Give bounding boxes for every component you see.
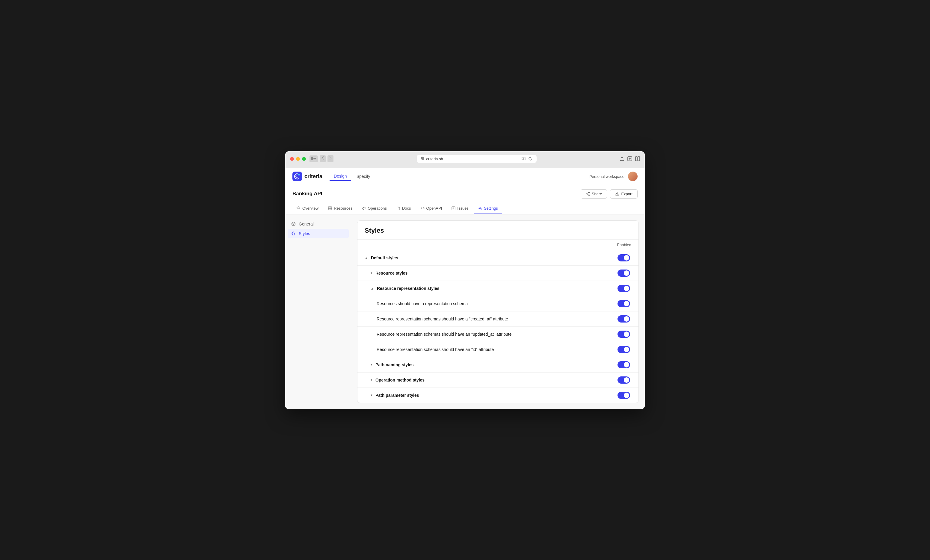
rule-3-toggle[interactable] xyxy=(616,331,631,338)
style-row-resource-styles: ▾ Resource styles xyxy=(357,266,639,281)
traffic-light-maximize[interactable] xyxy=(302,157,306,161)
rule-3-label: Resource representation schemas should h… xyxy=(377,332,616,337)
header-right: Personal workspace xyxy=(589,172,637,181)
tab-issues[interactable]: Issues xyxy=(447,203,473,214)
sidebar-item-general[interactable]: General xyxy=(285,219,351,229)
link-icon xyxy=(362,206,366,210)
code-icon xyxy=(421,206,425,210)
tab-docs-label: Docs xyxy=(402,206,411,211)
sidebar-item-styles[interactable]: Styles xyxy=(288,229,349,238)
path-naming-styles-toggle[interactable] xyxy=(616,361,631,368)
style-row-resource-representation-styles: ▲ Resource representation styles xyxy=(357,281,639,296)
address-bar[interactable]: criteria.sh xyxy=(417,155,537,163)
sidebar-icon xyxy=(311,157,316,160)
export-button[interactable]: Export xyxy=(610,189,637,198)
svg-rect-8 xyxy=(638,157,640,161)
rule-2-toggle[interactable] xyxy=(616,315,631,323)
tab-openapi-label: OpenAPI xyxy=(427,206,442,211)
shield-icon xyxy=(421,156,425,162)
tab-overview[interactable]: Overview xyxy=(293,203,323,214)
address-bar-icons xyxy=(522,157,533,161)
chevron-up-icon[interactable]: ▲ xyxy=(365,256,368,260)
browser-window: criteria.sh xyxy=(285,151,645,409)
logo-area: criteria xyxy=(293,172,322,181)
style-row-path-parameter-styles: ▾ Path parameter styles xyxy=(357,388,639,403)
chevron-down-icon-2[interactable]: ▾ xyxy=(371,363,373,366)
resource-styles-toggle[interactable] xyxy=(616,269,631,277)
rule-1-toggle[interactable] xyxy=(616,300,631,307)
tab-settings[interactable]: Settings xyxy=(474,203,502,214)
issues-icon xyxy=(451,206,456,210)
export-label: Export xyxy=(621,192,633,196)
nav-specify[interactable]: Specify xyxy=(353,172,374,181)
svg-rect-14 xyxy=(328,207,330,208)
svg-point-21 xyxy=(293,223,294,225)
header-nav: Design Specify xyxy=(330,172,374,181)
rule-4-toggle[interactable] xyxy=(616,346,631,353)
sidebar-styles-label: Styles xyxy=(299,231,310,236)
tab-openapi[interactable]: OpenAPI xyxy=(416,203,447,214)
split-view-icon[interactable] xyxy=(635,156,640,161)
criteria-logo-icon xyxy=(293,172,302,181)
nav-design[interactable]: Design xyxy=(330,172,351,181)
svg-rect-7 xyxy=(636,157,637,161)
chevron-down-icon-3[interactable]: ▾ xyxy=(371,378,373,382)
tab-operations[interactable]: Operations xyxy=(358,203,391,214)
resource-representation-styles-toggle[interactable] xyxy=(616,285,631,292)
sidebar-toggle-button[interactable] xyxy=(309,155,318,162)
new-tab-icon[interactable] xyxy=(627,156,632,161)
workspace-label: Personal workspace xyxy=(589,174,624,179)
svg-point-11 xyxy=(588,192,589,193)
default-styles-toggle[interactable] xyxy=(616,254,631,262)
tab-settings-label: Settings xyxy=(484,206,498,211)
svg-rect-17 xyxy=(330,208,332,210)
tab-overview-label: Overview xyxy=(302,206,319,211)
svg-rect-9 xyxy=(293,172,302,181)
content-area: Styles Enabled ▲ Default styles xyxy=(351,214,645,409)
tab-nav: Overview Resources Operations xyxy=(285,203,645,214)
address-bar-container: criteria.sh xyxy=(337,155,616,163)
traffic-light-minimize[interactable] xyxy=(296,157,300,161)
svg-rect-16 xyxy=(328,208,330,210)
traffic-light-close[interactable] xyxy=(290,157,294,161)
chevron-down-icon-4[interactable]: ▾ xyxy=(371,393,373,397)
share-label: Share xyxy=(592,192,602,196)
path-parameter-styles-toggle[interactable] xyxy=(616,392,631,399)
back-button[interactable] xyxy=(320,155,326,162)
operation-method-styles-toggle[interactable] xyxy=(616,377,631,384)
svg-point-20 xyxy=(292,222,296,226)
share-button[interactable]: Share xyxy=(580,189,607,198)
forward-icon xyxy=(329,156,332,160)
back-icon xyxy=(322,156,324,160)
chevron-up-icon-2[interactable]: ▲ xyxy=(371,286,374,290)
chevron-down-icon[interactable]: ▾ xyxy=(371,271,373,275)
svg-rect-1 xyxy=(313,157,316,157)
page-title: Banking API xyxy=(293,191,322,197)
settings-sidebar: General Styles xyxy=(285,214,351,409)
refresh-icon[interactable] xyxy=(528,157,533,161)
share-browser-icon[interactable] xyxy=(620,156,624,161)
styles-card: Styles Enabled ▲ Default styles xyxy=(357,220,639,403)
style-row-default-styles: ▲ Default styles xyxy=(357,250,639,266)
resource-icon xyxy=(328,206,332,210)
default-styles-label: Default styles xyxy=(371,255,616,260)
export-icon xyxy=(615,192,619,196)
style-row-operation-method-styles: ▾ Operation method styles xyxy=(357,372,639,388)
forward-button[interactable] xyxy=(328,155,334,162)
rule-1-label: Resources should have a representation s… xyxy=(377,301,616,306)
doc-icon xyxy=(396,206,400,210)
path-parameter-styles-label: Path parameter styles xyxy=(376,393,616,398)
browser-controls xyxy=(309,155,334,162)
svg-point-13 xyxy=(586,194,587,194)
operation-method-styles-label: Operation method styles xyxy=(376,378,616,382)
traffic-lights xyxy=(290,157,306,161)
tab-issues-label: Issues xyxy=(457,206,469,211)
styles-table-header: Enabled xyxy=(357,240,639,250)
share-icon xyxy=(586,192,590,196)
general-icon xyxy=(291,222,296,226)
svg-rect-3 xyxy=(313,160,316,160)
tab-resources[interactable]: Resources xyxy=(324,203,357,214)
style-row-path-naming-styles: ▾ Path naming styles xyxy=(357,357,639,372)
svg-point-12 xyxy=(588,195,589,195)
tab-docs[interactable]: Docs xyxy=(392,203,415,214)
